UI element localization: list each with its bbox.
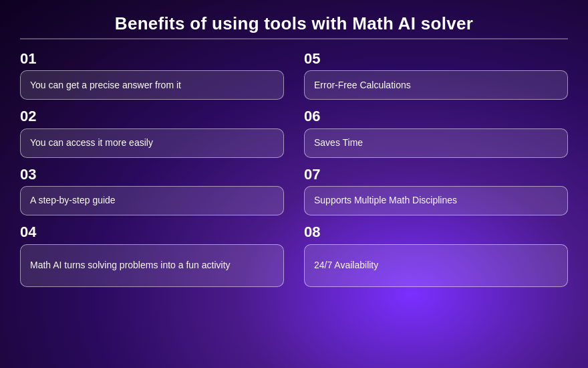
benefit-box-06: Saves Time bbox=[304, 128, 568, 158]
benefit-number-04: 04 bbox=[20, 223, 284, 241]
benefit-number-07: 07 bbox=[304, 166, 568, 183]
page-title: Benefits of using tools with Math AI sol… bbox=[20, 13, 568, 34]
benefit-box-02: You can access it more easily bbox=[20, 128, 284, 158]
benefit-box-08: 24/7 Availability bbox=[304, 244, 568, 287]
benefit-number-06: 06 bbox=[304, 108, 568, 125]
benefit-item-01: 01You can get a precise answer from it bbox=[20, 50, 284, 100]
benefit-number-01: 01 bbox=[20, 50, 284, 68]
benefit-item-06: 06Saves Time bbox=[304, 108, 568, 157]
benefit-item-02: 02You can access it more easily bbox=[20, 108, 284, 157]
benefit-box-04: Math AI turns solving problems into a fu… bbox=[20, 244, 284, 287]
benefit-box-01: You can get a precise answer from it bbox=[20, 70, 284, 100]
benefit-item-04: 04Math AI turns solving problems into a … bbox=[20, 223, 284, 286]
benefit-item-08: 0824/7 Availability bbox=[304, 223, 568, 286]
benefit-box-05: Error-Free Calculations bbox=[304, 70, 568, 100]
title-divider bbox=[20, 38, 568, 39]
benefit-number-08: 08 bbox=[304, 223, 568, 241]
benefit-number-05: 05 bbox=[304, 50, 568, 68]
benefit-item-07: 07Supports Multiple Math Disciplines bbox=[304, 166, 568, 215]
title-container: Benefits of using tools with Math AI sol… bbox=[20, 13, 568, 34]
benefit-box-03: A step-by-step guide bbox=[20, 186, 284, 215]
benefit-item-05: 05Error-Free Calculations bbox=[304, 50, 568, 100]
benefit-item-03: 03A step-by-step guide bbox=[20, 166, 284, 215]
benefit-number-02: 02 bbox=[20, 108, 284, 125]
benefit-box-07: Supports Multiple Math Disciplines bbox=[304, 186, 568, 215]
benefits-grid: 01You can get a precise answer from it05… bbox=[20, 50, 568, 287]
benefit-number-03: 03 bbox=[20, 166, 284, 183]
